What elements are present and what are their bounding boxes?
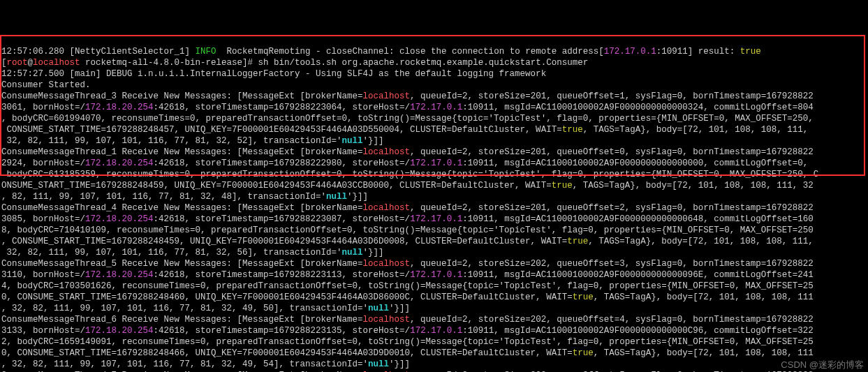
log-segment: ConsumeMessageThread_3 Receive New Messa…: [1, 91, 363, 101]
terminal-line: 12:57:27.500 [main] DEBUG i.n.u.i.l.Inte…: [1, 68, 868, 80]
log-segment: 172.18.20.254: [85, 326, 154, 336]
log-segment: 32, 82, 111, 99, 107, 101, 116, 77, 81, …: [1, 136, 342, 146]
log-segment: ConsumeMessageThread_4 Receive New Messa…: [1, 203, 363, 213]
log-segment: , 32, 82, 111, 99, 107, 101, 116, 77, 81…: [1, 304, 368, 313]
log-segment: 0, CONSUME_START_TIME=1679288248460, UNI…: [1, 292, 573, 302]
log-segment: 2924, bornHost=/: [1, 158, 85, 168]
log-segment: ConsumeMessageThread_1 Receive New Messa…: [1, 147, 363, 157]
log-segment: localhost: [363, 315, 411, 325]
terminal-line: , 32, 82, 111, 99, 107, 101, 116, 77, 81…: [1, 303, 868, 314]
log-segment: 172.17.0.1: [410, 270, 462, 280]
log-segment: null: [326, 192, 347, 202]
log-segment: null: [368, 359, 389, 369]
log-segment: :42618, storeTimestamp=1679288223113, st…: [154, 270, 411, 280]
log-segment: :42618, storeTimestamp=1679288223087, st…: [154, 214, 411, 224]
terminal-line: 3085, bornHost=/172.18.20.254:42618, sto…: [1, 214, 868, 225]
terminal-line: CONSUME_START_TIME=1679288248457, UNIQ_K…: [1, 124, 868, 135]
log-segment: null: [342, 136, 363, 146]
log-segment: , TAGS=TagA}, body=[72, 101, 108, 108, 1…: [588, 237, 814, 246]
log-segment: :42618, storeTimestamp=1679288223064, st…: [154, 103, 411, 112]
log-segment: ConsumeMessageThread_5 Receive New Messa…: [1, 259, 363, 269]
log-segment: , TAGS=TagA}, body=[72, 101, 108, 108, 1…: [573, 181, 814, 191]
log-segment: ONSUME_START_TIME=1679288248459, UNIQ_KE…: [1, 181, 552, 191]
log-segment: , CONSUME_START_TIME=1679288248459, UNIQ…: [1, 237, 567, 246]
terminal-line: 2, bodyCRC=1659149091, reconsumeTimes=0,…: [1, 336, 868, 348]
watermark: CSDN @迷彩的博客: [781, 359, 864, 371]
log-segment: , bodyCRC=601994070, reconsumeTimes=0, p…: [1, 114, 814, 124]
log-segment: null: [342, 248, 363, 258]
log-segment: , queueId=2, storeSize=201, queueOffset=…: [410, 147, 814, 157]
log-segment: localhost: [363, 259, 411, 269]
log-segment: 172.18.20.254: [85, 103, 154, 112]
terminal-output[interactable]: 12:57:06.280 [NettyClientSelector_1] INF…: [1, 46, 868, 372]
log-segment: :10911, msgId=AC11000100002A9F0000000000…: [462, 103, 814, 112]
terminal-line: ONSUME_START_TIME=1679288248459, UNIQ_KE…: [1, 180, 868, 191]
log-segment: 8, bodyCRC=710410109, reconsumeTimes=0, …: [1, 225, 814, 235]
terminal-line: , 32, 82, 111, 99, 107, 101, 116, 77, 81…: [1, 359, 868, 370]
log-segment: :42618, storeTimestamp=1679288222980, st…: [154, 158, 411, 168]
log-segment: :10911, msgId=AC11000100002A9F0000000000…: [462, 214, 814, 224]
log-segment: 172.17.0.1: [410, 326, 462, 336]
log-segment: localhost: [363, 203, 411, 213]
log-segment: '}]]: [389, 359, 410, 369]
log-segment: '}]]: [363, 136, 384, 146]
log-segment: '}]]: [363, 248, 384, 258]
log-segment: , 82, 111, 99, 107, 101, 116, 77, 81, 32…: [1, 192, 326, 202]
log-segment: :10911, msgId=AC11000100002A9F0000000000…: [462, 158, 808, 168]
terminal-line: , CONSUME_START_TIME=1679288248459, UNIQ…: [1, 236, 868, 247]
log-segment: , TAGS=TagA}, body=[72, 101, 108, 108, 1…: [594, 348, 814, 358]
log-segment: , queueId=2, storeSize=201, queueOffset=…: [410, 203, 814, 213]
log-segment: true: [740, 47, 761, 57]
log-segment: 2, bodyCRC=1659149091, reconsumeTimes=0,…: [1, 337, 814, 347]
log-segment: true: [573, 292, 594, 302]
terminal-line: 32, 82, 111, 99, 107, 101, 116, 77, 81, …: [1, 135, 868, 147]
log-segment: :10911, msgId=AC11000100002A9F0000000000…: [462, 326, 814, 336]
log-segment: 4, bodyCRC=1703501626, reconsumeTimes=0,…: [1, 281, 814, 291]
log-segment: 0, CONSUME_START_TIME=1679288248466, UNI…: [1, 348, 573, 358]
log-segment: 3061, bornHost=/: [1, 103, 85, 112]
log-segment: '}]]: [347, 192, 368, 202]
log-segment: ConsumeMessageThread_6 Receive New Messa…: [1, 315, 363, 325]
log-segment: [: [1, 58, 7, 68]
terminal-line: 0, CONSUME_START_TIME=1679288248466, UNI…: [1, 348, 868, 359]
log-segment: @: [28, 58, 34, 68]
log-segment: 172.17.0.1: [410, 214, 462, 224]
log-segment: , queueId=2, storeSize=201, queueOffset=…: [410, 91, 814, 101]
log-segment: , 32, 82, 111, 99, 107, 101, 116, 77, 81…: [1, 359, 368, 369]
terminal-line: 3061, bornHost=/172.18.20.254:42618, sto…: [1, 102, 868, 113]
terminal-line: 32, 82, 111, 99, 107, 101, 116, 77, 81, …: [1, 247, 868, 258]
log-segment: 172.18.20.254: [85, 158, 154, 168]
terminal-line: ConsumeMessageThread_5 Receive New Messa…: [1, 258, 868, 269]
terminal-line: ConsumeMessageThread_3 Receive New Messa…: [1, 91, 868, 102]
log-segment: 12:57:27.500 [main] DEBUG i.n.u.i.l.Inte…: [1, 69, 546, 79]
terminal-line: bodyCRC=613185359, reconsumeTimes=0, pre…: [1, 169, 868, 180]
terminal-line: 4, bodyCRC=1703501626, reconsumeTimes=0,…: [1, 281, 868, 292]
log-segment: :10911, msgId=AC11000100002A9F0000000000…: [462, 270, 814, 280]
log-segment: localhost: [33, 58, 80, 68]
terminal-line: 3133, bornHost=/172.18.20.254:42618, sto…: [1, 325, 868, 336]
terminal-line: ConsumeMessageThread_4 Receive New Messa…: [1, 202, 868, 214]
log-segment: :42618, storeTimestamp=1679288223135, st…: [154, 326, 411, 336]
terminal-line: 12:57:06.280 [NettyClientSelector_1] INF…: [1, 46, 868, 57]
log-segment: RocketmqRemoting - closeChannel: close t…: [221, 47, 604, 57]
log-segment: , queueId=2, storeSize=202, queueOffset=…: [410, 315, 814, 325]
terminal-line: , 82, 111, 99, 107, 101, 116, 77, 81, 32…: [1, 191, 868, 202]
terminal-line: 0, CONSUME_START_TIME=1679288248460, UNI…: [1, 292, 868, 303]
log-segment: 172.17.0.1: [410, 158, 462, 168]
log-segment: , queueId=2, storeSize=202, queueOffset=…: [410, 259, 814, 269]
log-segment: bodyCRC=613185359, reconsumeTimes=0, pre…: [1, 170, 818, 179]
log-segment: '}]]: [389, 304, 410, 313]
log-segment: , TAGS=TagA}, body=[72, 101, 108, 108, 1…: [594, 292, 814, 302]
log-segment: localhost: [363, 147, 411, 157]
log-segment: 32, 82, 111, 99, 107, 101, 116, 77, 81, …: [1, 248, 342, 258]
terminal-line: [root@localhost rocketmq-all-4.8.0-bin-r…: [1, 57, 868, 68]
log-segment: Consumer Started.: [1, 80, 91, 90]
log-segment: CONSUME_START_TIME=1679288248457, UNIQ_K…: [1, 125, 562, 135]
terminal-line: 2924, bornHost=/172.18.20.254:42618, sto…: [1, 158, 868, 169]
log-segment: 172.18.20.254: [85, 270, 154, 280]
log-segment: INFO: [196, 47, 222, 57]
log-segment: localhost: [363, 91, 411, 101]
log-segment: null: [368, 304, 389, 313]
log-segment: true: [573, 348, 594, 358]
terminal-line: , bodyCRC=601994070, reconsumeTimes=0, p…: [1, 113, 868, 124]
